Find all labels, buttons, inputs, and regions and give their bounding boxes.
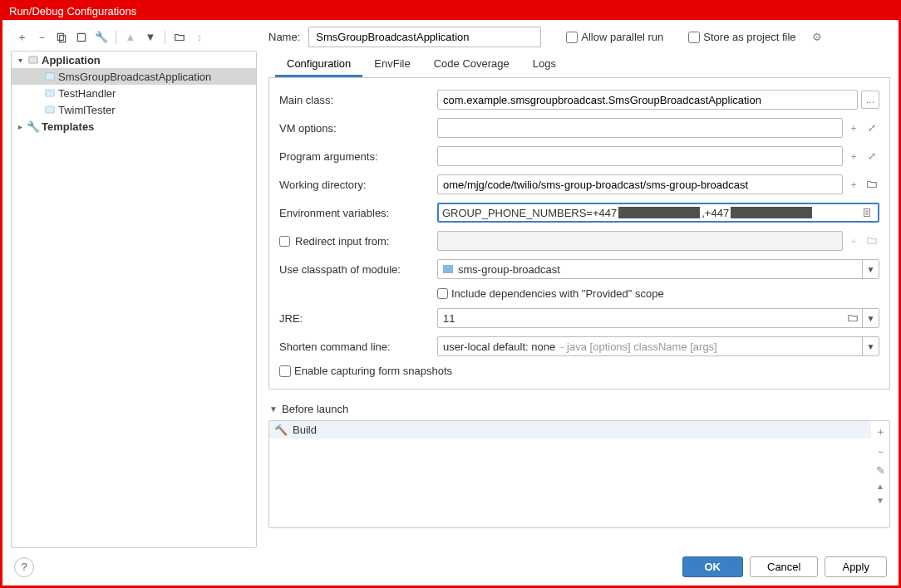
svg-rect-3 (46, 73, 55, 80)
svg-rect-1 (60, 35, 66, 42)
shorten-hint: - java [options] className [args] (560, 341, 717, 353)
config-tree: ▾ Application SmsGroupBroadcastApplicati… (11, 51, 257, 548)
ok-button[interactable]: OK (682, 556, 744, 577)
jre-dropdown[interactable]: 11 ▼ (437, 308, 879, 328)
redacted-phone-2 (731, 207, 812, 218)
include-deps-label: Include dependencies with "Provided" sco… (451, 287, 664, 300)
tree-templates-label: Templates (42, 120, 94, 133)
before-launch-item-label: Build (293, 424, 317, 436)
tree-application-label: Application (42, 54, 101, 66)
vm-options-label: VM options: (279, 122, 429, 135)
tree-item-label: TwimlTester (58, 104, 116, 116)
application-icon (27, 53, 40, 66)
add-icon[interactable]: ＋ (846, 177, 861, 192)
chevron-down-icon[interactable]: ▼ (862, 260, 879, 278)
tab-envfile[interactable]: EnvFile (362, 51, 421, 77)
apply-button[interactable]: Apply (825, 556, 887, 577)
chevron-right-icon[interactable]: ▸ (15, 122, 25, 131)
copy-config-icon[interactable] (54, 30, 69, 45)
tree-node-application[interactable]: ▾ Application (12, 51, 256, 68)
edit-icon[interactable]: ✎ (876, 464, 885, 477)
env-vars-text2: ,+447 (702, 207, 729, 219)
tree-node-templates[interactable]: ▸ 🔧 Templates (12, 118, 256, 135)
tab-configuration[interactable]: Configuration (275, 51, 362, 77)
before-launch-list: 🔨 Build (269, 421, 871, 527)
working-dir-input[interactable] (437, 174, 843, 194)
svg-rect-4 (46, 90, 55, 96)
expand-icon[interactable]: ⤢ (864, 120, 879, 135)
config-panel: Main class: … VM options: ＋ ⤢ (268, 78, 890, 390)
include-deps-checkbox[interactable]: Include dependencies with "Provided" sco… (437, 287, 879, 300)
before-launch-header[interactable]: ▼ Before launch (268, 401, 890, 417)
enable-snapshots-checkbox[interactable]: Enable capturing form snapshots (279, 365, 879, 377)
add-icon[interactable]: ＋ (875, 424, 886, 439)
module-icon (443, 265, 453, 273)
shorten-label: Shorten command line: (279, 341, 429, 353)
before-launch-item[interactable]: 🔨 Build (269, 421, 871, 439)
run-config-icon (43, 103, 57, 116)
add-config-icon[interactable]: ＋ (14, 30, 29, 45)
env-vars-input[interactable]: GROUP_PHONE_NUMBERS=+447 ,+447 (437, 203, 879, 223)
jre-value: 11 (443, 312, 455, 325)
remove-config-icon[interactable]: － (34, 30, 49, 45)
store-as-file-label: Store as project file (703, 31, 795, 43)
allow-parallel-label: Allow parallel run (581, 31, 663, 43)
name-label: Name: (268, 31, 300, 43)
store-as-file-checkbox[interactable]: Store as project file (688, 31, 795, 43)
tree-item-selected[interactable]: SmsGroupBroadcastApplication (12, 68, 256, 85)
cancel-button[interactable]: Cancel (750, 556, 818, 577)
config-name-input[interactable] (308, 27, 541, 47)
chevron-down-icon[interactable]: ▾ (15, 56, 25, 65)
add-icon[interactable]: ＋ (846, 149, 861, 164)
tab-code-coverage[interactable]: Code Coverage (422, 51, 521, 77)
add-icon[interactable]: ＋ (846, 120, 861, 135)
shorten-dropdown[interactable]: user-local default: none - java [options… (437, 336, 879, 356)
jre-label: JRE: (279, 312, 429, 325)
svg-rect-5 (46, 106, 55, 113)
redacted-phone-1 (618, 207, 700, 218)
expand-icon[interactable]: ⤢ (864, 149, 879, 164)
chevron-down-icon[interactable]: ▼ (268, 404, 278, 414)
chevron-down-icon[interactable]: ▼ (862, 309, 879, 327)
classpath-dropdown[interactable]: sms-group-broadcast ▼ (437, 259, 879, 279)
tab-logs[interactable]: Logs (521, 51, 568, 77)
env-vars-label: Environment variables: (279, 207, 429, 219)
redirect-input-checkbox[interactable]: Redirect input from: (279, 235, 429, 247)
redirect-input-field (437, 231, 843, 251)
program-args-input[interactable] (437, 146, 843, 166)
gear-icon[interactable]: ⚙ (810, 30, 825, 45)
folder-icon[interactable] (845, 311, 860, 326)
redirect-input-label: Redirect input from: (295, 235, 389, 247)
folder-icon (864, 233, 879, 248)
save-config-icon[interactable] (74, 30, 89, 45)
tree-item[interactable]: TestHandler (12, 85, 256, 101)
allow-parallel-checkbox[interactable]: Allow parallel run (566, 31, 663, 43)
main-class-label: Main class: (279, 94, 429, 106)
svg-rect-0 (57, 33, 63, 40)
remove-icon[interactable]: － (875, 444, 886, 459)
tree-item[interactable]: TwimlTester (12, 101, 256, 118)
move-down-icon[interactable]: ▼ (876, 496, 884, 505)
env-vars-text1: GROUP_PHONE_NUMBERS=+447 (442, 207, 617, 219)
chevron-down-icon[interactable]: ▼ (862, 337, 879, 355)
folder-config-icon[interactable] (172, 30, 187, 45)
working-dir-label: Working directory: (279, 179, 429, 191)
move-up-icon[interactable]: ▲ (876, 482, 884, 491)
add-icon: ＋ (846, 233, 861, 248)
tree-item-label: SmsGroupBroadcastApplication (58, 71, 211, 83)
vm-options-input[interactable] (437, 118, 843, 138)
sort-icon[interactable]: ↕ (192, 30, 207, 45)
tree-item-label: TestHandler (58, 87, 116, 100)
help-button[interactable]: ? (14, 557, 34, 577)
move-down-icon[interactable]: ▼ (143, 30, 158, 45)
tabs: Configuration EnvFile Code Coverage Logs (268, 51, 890, 78)
main-class-input[interactable] (437, 90, 858, 110)
folder-icon[interactable] (864, 177, 879, 192)
classpath-label: Use classpath of module: (279, 263, 429, 276)
before-launch-label: Before launch (282, 403, 348, 415)
browse-class-button[interactable]: … (861, 91, 879, 109)
wrench-icon[interactable]: 🔧 (94, 30, 109, 45)
wrench-icon: 🔧 (27, 120, 40, 133)
list-icon[interactable] (859, 205, 874, 220)
move-up-icon[interactable]: ▲ (123, 30, 138, 45)
